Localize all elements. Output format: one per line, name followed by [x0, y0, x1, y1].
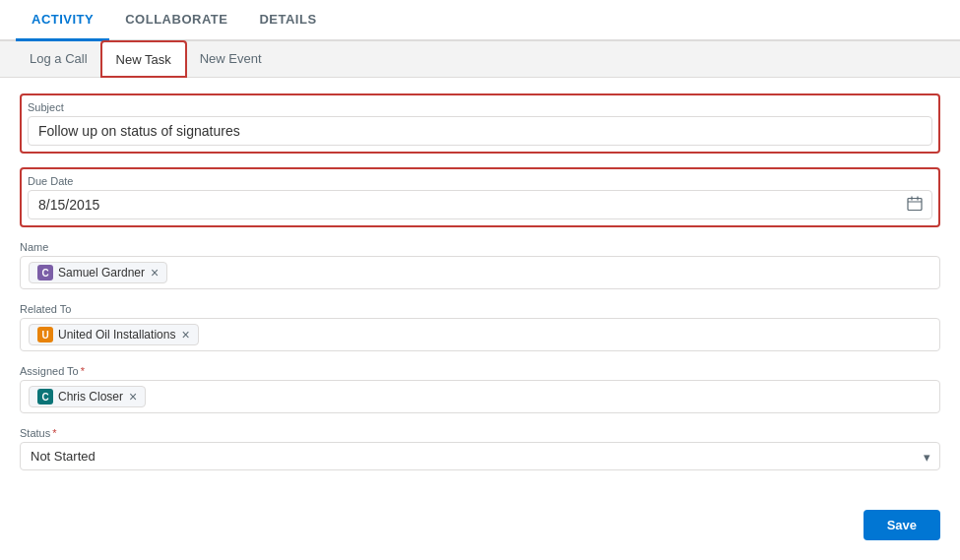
form-area: Subject Due Date Name C Samuel Gardner: [0, 78, 960, 500]
name-tag-icon: C: [37, 265, 53, 280]
sub-tab-log-call[interactable]: Log a Call: [16, 41, 101, 77]
status-select[interactable]: Not Started In Progress Completed Waitin…: [20, 442, 940, 470]
name-tag: C Samuel Gardner ×: [29, 262, 167, 283]
due-date-label: Due Date: [28, 175, 932, 187]
calendar-icon[interactable]: [907, 196, 923, 215]
sub-tab-new-event[interactable]: New Event: [186, 41, 276, 77]
due-date-field-highlighted: Due Date: [20, 167, 940, 227]
assigned-to-tag-field[interactable]: C Chris Closer ×: [20, 380, 940, 413]
svg-rect-0: [908, 199, 922, 211]
subject-input[interactable]: [28, 116, 932, 146]
assigned-to-tag-icon: C: [37, 389, 53, 404]
related-to-tag-remove[interactable]: ×: [181, 328, 189, 342]
save-button[interactable]: Save: [864, 510, 940, 540]
related-to-tag: U United Oil Installations ×: [29, 324, 199, 345]
assigned-to-tag-text: Chris Closer: [58, 390, 123, 404]
top-tabs: ACTIVITY COLLABORATE DETAILS: [0, 0, 960, 41]
related-to-tag-icon: U: [37, 327, 53, 342]
form-footer: Save: [0, 500, 960, 556]
related-to-tag-field[interactable]: U United Oil Installations ×: [20, 318, 940, 351]
assigned-to-tag-remove[interactable]: ×: [129, 390, 137, 404]
name-tag-remove[interactable]: ×: [151, 266, 159, 280]
related-to-field: Related To U United Oil Installations ×: [20, 303, 940, 351]
tab-details[interactable]: DETAILS: [243, 0, 332, 41]
name-tag-text: Samuel Gardner: [58, 266, 145, 280]
related-to-label: Related To: [20, 303, 940, 315]
status-field: Status Not Started In Progress Completed…: [20, 427, 940, 470]
sub-tab-new-task[interactable]: New Task: [101, 41, 186, 77]
assigned-to-field: Assigned To C Chris Closer ×: [20, 365, 940, 413]
tab-collaborate[interactable]: COLLABORATE: [109, 0, 243, 41]
due-date-input[interactable]: [28, 190, 932, 219]
subject-field-highlighted: Subject: [20, 93, 940, 154]
tab-activity[interactable]: ACTIVITY: [16, 0, 109, 41]
assigned-to-tag: C Chris Closer ×: [29, 386, 146, 407]
due-date-wrapper: [28, 190, 932, 219]
subject-label: Subject: [28, 101, 932, 113]
name-field: Name C Samuel Gardner ×: [20, 241, 940, 289]
status-label: Status: [20, 427, 940, 439]
sub-tabs: Log a Call New Task New Event: [0, 41, 960, 78]
name-label: Name: [20, 241, 940, 253]
name-tag-field[interactable]: C Samuel Gardner ×: [20, 256, 940, 289]
status-select-wrapper: Not Started In Progress Completed Waitin…: [20, 442, 940, 470]
related-to-tag-text: United Oil Installations: [58, 328, 175, 342]
assigned-to-label: Assigned To: [20, 365, 940, 377]
